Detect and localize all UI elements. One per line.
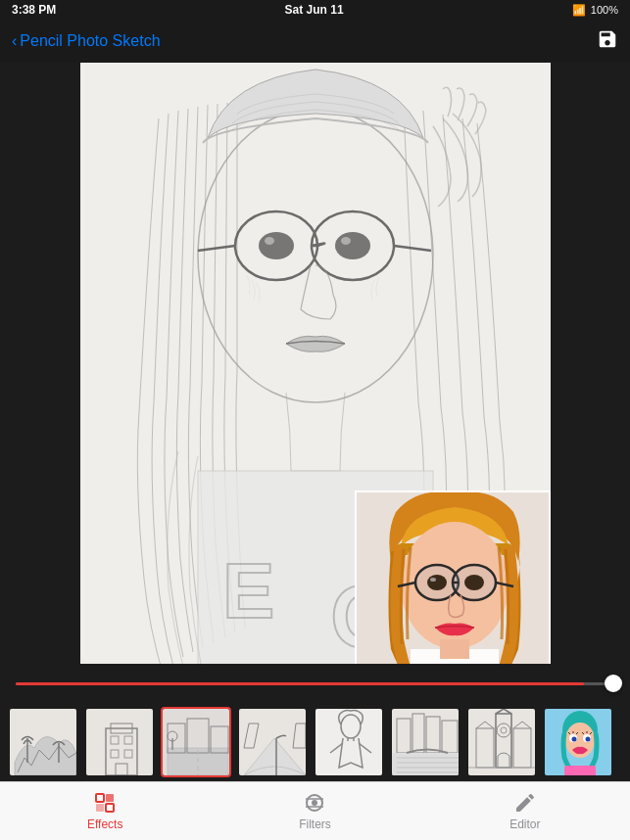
status-time: 3:38 PM (12, 3, 56, 17)
filter-thumb-svg-7 (468, 709, 537, 777)
tab-editor[interactable]: Editor (420, 791, 630, 831)
tab-bar: Effects Filters Editor (0, 781, 630, 840)
filter-thumb-svg-3 (163, 709, 231, 777)
filter-thumb-svg-1 (10, 709, 78, 777)
svg-point-24 (430, 578, 436, 582)
filter-thumb-svg-5 (315, 709, 384, 777)
sketch-area: E O (80, 63, 551, 664)
filter-thumb-5[interactable] (314, 707, 384, 777)
svg-rect-85 (564, 766, 596, 777)
filter-thumb-3[interactable] (161, 707, 231, 777)
svg-point-7 (259, 232, 294, 259)
svg-rect-87 (106, 794, 114, 802)
slider-track[interactable] (16, 682, 614, 685)
tab-filters[interactable]: Filters (210, 791, 419, 831)
back-button[interactable]: ‹ Pencil Photo Sketch (12, 32, 161, 50)
wifi-icon: 📶 (572, 4, 586, 17)
filters-tab-label: Filters (299, 817, 331, 831)
svg-rect-60 (392, 753, 460, 777)
nav-bar: ‹ Pencil Photo Sketch (0, 20, 630, 63)
svg-point-77 (572, 737, 577, 742)
svg-rect-88 (96, 804, 104, 812)
filter-thumb-8[interactable] (543, 707, 613, 777)
filter-thumb-svg-8 (545, 709, 613, 777)
slider-thumb[interactable] (605, 675, 622, 692)
tab-effects[interactable]: Effects (0, 791, 210, 831)
effects-icon (93, 791, 117, 815)
editor-tab-label: Editor (509, 817, 540, 831)
filters-icon (303, 791, 326, 815)
save-button[interactable] (597, 28, 618, 55)
effects-tab-label: Effects (87, 817, 122, 831)
save-icon (597, 28, 618, 50)
svg-text:E: E (222, 547, 274, 634)
main-canvas: E O (0, 63, 630, 664)
photo-overlay: L O O (355, 490, 551, 664)
svg-point-91 (312, 800, 317, 806)
filter-thumb-svg-6 (392, 709, 460, 777)
svg-rect-89 (106, 804, 114, 812)
editor-icon (513, 791, 537, 815)
status-bar: 3:38 PM Sat Jun 11 📶 100% (0, 0, 630, 20)
svg-point-9 (265, 237, 274, 245)
status-date: Sat Jun 11 (285, 3, 344, 17)
svg-point-10 (341, 237, 351, 245)
filter-thumb-svg-2 (86, 709, 155, 777)
nav-title: Pencil Photo Sketch (20, 32, 160, 50)
slider-area[interactable] (0, 664, 630, 703)
filter-thumb-6[interactable] (390, 707, 460, 777)
svg-point-78 (586, 737, 591, 742)
filter-strip (0, 703, 630, 781)
slider-fill (16, 682, 584, 685)
status-icons: 📶 100% (572, 4, 618, 17)
svg-point-23 (464, 575, 484, 590)
filter-thumb-svg-4 (239, 709, 308, 777)
svg-rect-51 (315, 709, 384, 777)
svg-point-22 (427, 575, 447, 590)
filter-thumb-2[interactable] (84, 707, 155, 777)
chevron-left-icon: ‹ (12, 32, 17, 50)
svg-rect-33 (86, 709, 155, 777)
filter-thumb-7[interactable] (466, 707, 537, 777)
svg-rect-29 (440, 639, 469, 659)
photo-thumbnail-svg: L O O (357, 492, 551, 664)
filter-thumb-1[interactable] (8, 707, 78, 777)
battery-label: 100% (591, 4, 618, 16)
svg-point-8 (335, 232, 370, 259)
filter-thumb-4[interactable] (237, 707, 308, 777)
svg-rect-86 (96, 794, 104, 802)
